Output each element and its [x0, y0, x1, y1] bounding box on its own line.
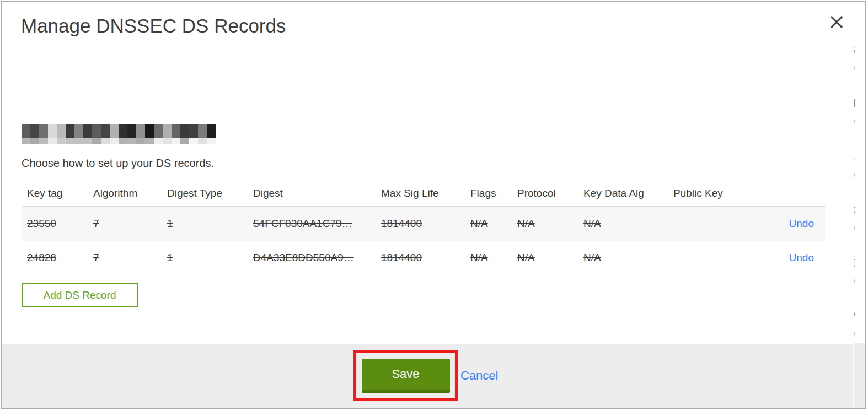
- save-button[interactable]: Save: [362, 359, 450, 393]
- col-header-digest: Digest: [248, 187, 376, 199]
- col-header-key-tag: Key tag: [22, 187, 88, 199]
- subtitle: Choose how to set up your DS records.: [22, 157, 214, 170]
- table-body: 23550 7 1 54FCF030AA1C79… 1814400 N/A N/…: [22, 206, 825, 275]
- cell-algorithm: 7: [93, 218, 99, 229]
- clipped-background-link: D: [854, 222, 855, 234]
- col-header-public-key: Public Key: [668, 187, 748, 199]
- modal-footer: Save Cancel: [2, 344, 853, 408]
- clipped-background-link: D: [854, 169, 855, 181]
- clipped-background-link: D: [854, 116, 855, 128]
- cell-algorithm: 7: [93, 252, 99, 263]
- page-title: Manage DNSSEC DS Records: [21, 15, 286, 37]
- cell-protocol: N/A: [517, 218, 535, 229]
- col-header-protocol: Protocol: [512, 187, 578, 199]
- clipped-background-text: S: [854, 43, 855, 56]
- col-header-digest-type: Digest Type: [162, 187, 248, 199]
- clipped-background-text: C: [854, 203, 856, 217]
- clipped-background-text: L: [854, 150, 855, 163]
- background-page-edge: S D N D L D C D E D P D: [854, 2, 865, 408]
- annotation-highlight-box: Save: [353, 350, 458, 401]
- screenshot-frame: Manage DNSSEC DS Records Choose how to s…: [1, 1, 866, 409]
- background-footer-strip: [854, 343, 865, 408]
- col-header-flags: Flags: [465, 187, 512, 199]
- col-header-max-sig-life: Max Sig Life: [376, 187, 465, 199]
- cell-digest-type: 1: [167, 252, 173, 263]
- undo-link[interactable]: Undo: [789, 252, 814, 263]
- redacted-domain-name: [22, 124, 216, 144]
- table-row: 24828 7 1 D4A33E8DD550A9… 1814400 N/A N/…: [22, 241, 825, 275]
- close-button[interactable]: [828, 14, 845, 31]
- cell-flags: N/A: [470, 218, 488, 229]
- close-icon: [829, 15, 844, 29]
- col-header-algorithm: Algorithm: [88, 187, 162, 199]
- ds-records-table: Key tag Algorithm Digest Type Digest Max…: [22, 181, 825, 275]
- add-ds-record-button[interactable]: Add DS Record: [22, 283, 138, 307]
- cell-digest: 54FCF030AA1C79…: [253, 218, 352, 229]
- table-row: 23550 7 1 54FCF030AA1C79… 1814400 N/A N/…: [22, 207, 825, 241]
- clipped-background-link: D: [854, 62, 855, 74]
- clipped-background-link: D: [854, 328, 855, 340]
- cell-key-tag: 23550: [27, 218, 56, 229]
- cell-key-data-alg: N/A: [583, 252, 601, 263]
- cell-flags: N/A: [470, 252, 488, 263]
- dnssec-modal: Manage DNSSEC DS Records Choose how to s…: [2, 2, 853, 408]
- col-header-key-data-alg: Key Data Alg: [578, 187, 668, 199]
- undo-link[interactable]: Undo: [789, 218, 814, 229]
- table-header-row: Key tag Algorithm Digest Type Digest Max…: [22, 181, 825, 206]
- cell-digest: D4A33E8DD550A9…: [253, 252, 354, 263]
- clipped-background-text: E: [854, 256, 855, 269]
- cell-max-sig-life: 1814400: [381, 252, 422, 263]
- clipped-background-text: N: [854, 96, 856, 110]
- cell-key-tag: 24828: [27, 252, 56, 263]
- clipped-background-text: P: [854, 309, 855, 322]
- cell-key-data-alg: N/A: [583, 218, 601, 229]
- clipped-background-link: D: [854, 275, 855, 288]
- cell-digest-type: 1: [167, 218, 173, 229]
- cancel-link[interactable]: Cancel: [460, 369, 498, 383]
- cell-protocol: N/A: [517, 252, 535, 263]
- cell-max-sig-life: 1814400: [381, 218, 422, 229]
